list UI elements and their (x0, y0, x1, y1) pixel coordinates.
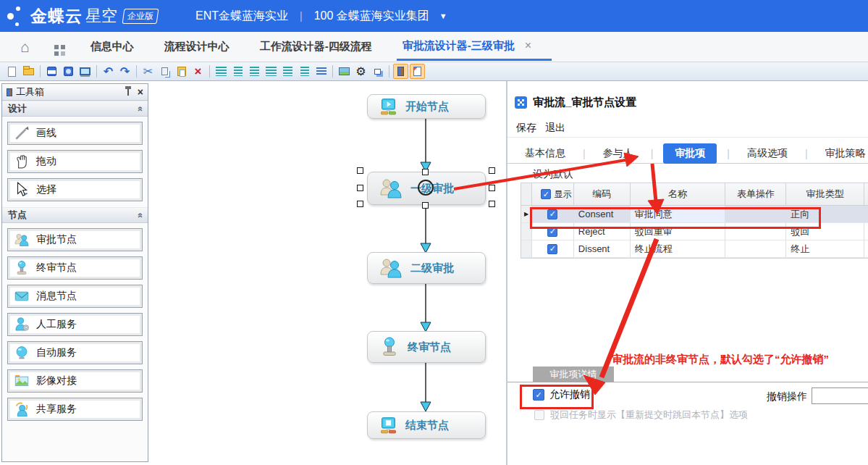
undo-icon[interactable]: ↶ (101, 64, 116, 79)
code-cell[interactable]: Dissent (574, 240, 631, 258)
row-selector-cell[interactable] (521, 223, 532, 240)
table-row-reject[interactable]: Reject 驳回重审 驳回 (521, 223, 868, 240)
tab-basic-info[interactable]: 基本信息 (518, 144, 573, 163)
code-cell[interactable]: Consent (574, 206, 631, 223)
name-cell[interactable]: 审批同意 (631, 206, 726, 223)
toolbox-item-shared-service[interactable]: 共享服务 (7, 398, 143, 421)
cut-icon[interactable]: ✂ (140, 64, 156, 79)
show-checkbox[interactable] (547, 244, 557, 254)
row-selector-cell[interactable] (521, 240, 532, 258)
form-operation-cell[interactable] (725, 206, 786, 223)
nav-tab-approval-flow-designer[interactable]: 审批流设计器-三级审批 × (403, 39, 532, 54)
node-connection-ring[interactable] (418, 180, 434, 196)
flow-node-end[interactable]: 结束节点 (367, 411, 486, 439)
exit-button[interactable]: 退出 (545, 122, 565, 135)
flow-canvas[interactable]: 开始节点 一级审批 二级审批 终审节点 结束节点 (148, 81, 507, 465)
selection-handle[interactable] (357, 201, 363, 207)
extra-cell[interactable] (864, 240, 868, 258)
open-folder-icon[interactable] (21, 64, 36, 79)
revoke-operation-input[interactable] (812, 388, 868, 404)
header-name[interactable]: 名称 (631, 183, 726, 206)
exit-designer-icon[interactable] (393, 64, 408, 79)
flow-node-final-approval[interactable]: 终审节点 (367, 331, 486, 363)
toolbox-item-manual-service[interactable]: 人工服务 (7, 313, 143, 336)
nav-tab-message-center[interactable]: 信息中心 (90, 40, 134, 54)
show-checkbox[interactable] (547, 227, 557, 237)
name-cell[interactable]: 终止流程 (631, 240, 726, 258)
select-all-checkbox[interactable] (541, 189, 551, 199)
image-icon[interactable] (337, 64, 352, 79)
align-right-icon[interactable] (230, 64, 245, 79)
selection-handle[interactable] (357, 185, 363, 191)
selection-handle[interactable] (422, 202, 429, 209)
delete-icon[interactable]: × (190, 64, 206, 79)
toolbox-item-final-approval-node[interactable]: 终审节点 (7, 256, 143, 280)
toolbox-item-auto-service[interactable]: 自动服务 (7, 341, 143, 364)
allow-revoke-checkbox[interactable] (533, 389, 544, 401)
approval-type-cell[interactable]: 正向 (786, 206, 864, 223)
flow-node-level2-approval[interactable]: 二级审批 (367, 252, 486, 284)
tab-advanced-options[interactable]: 高级选项 (740, 144, 795, 163)
close-tab-icon[interactable]: × (525, 39, 531, 51)
list-view-icon[interactable] (313, 64, 329, 79)
form-operation-cell[interactable] (725, 223, 786, 240)
cascade-windows-icon[interactable] (370, 64, 385, 79)
header-code[interactable]: 编码 (574, 183, 631, 206)
paste-icon[interactable] (174, 64, 189, 79)
selection-handle[interactable] (489, 185, 495, 191)
distribute-middle-icon[interactable] (297, 64, 312, 79)
toolbox-item-draw-line[interactable]: 画线 (7, 122, 143, 145)
toolbox-item-approval-node[interactable]: 审批节点 (7, 228, 143, 251)
tab-approval-items[interactable]: 审批项 (663, 143, 717, 164)
selection-handle[interactable] (357, 167, 363, 174)
align-center-icon[interactable] (247, 64, 262, 79)
table-row-consent[interactable]: Consent 审批同意 正向 是 (521, 206, 868, 223)
toolbox-item-image-integration[interactable]: 影像对接 (7, 369, 143, 393)
notes-icon[interactable] (410, 64, 425, 79)
distribute-bottom-icon[interactable] (280, 64, 295, 79)
code-cell[interactable]: Reject (574, 223, 631, 240)
table-row-dissent[interactable]: Dissent 终止流程 终止 (521, 240, 868, 258)
selection-handle[interactable] (489, 167, 495, 174)
collapse-chevron-icon[interactable]: » (134, 106, 145, 111)
name-cell[interactable]: 驳回重审 (631, 223, 726, 240)
app-grid-icon[interactable] (54, 45, 59, 49)
flow-node-start[interactable]: 开始节点 (367, 94, 486, 119)
selection-handle[interactable] (422, 169, 429, 175)
approval-type-cell[interactable]: 终止 (786, 240, 864, 258)
toolbox-item-message-node[interactable]: 消息节点 (7, 285, 143, 308)
align-left-icon[interactable] (214, 64, 229, 79)
reject-jump-checkbox[interactable] (534, 410, 544, 420)
toolbox-item-drag[interactable]: 拖动 (7, 150, 143, 173)
tab-approval-strategy[interactable]: 审批策略 (818, 144, 868, 163)
form-operation-cell[interactable] (725, 240, 786, 258)
org-dropdown-caret-icon[interactable]: ▼ (439, 12, 447, 20)
preview-icon[interactable] (77, 64, 93, 79)
toolbox-section-design[interactable]: 设计 » (2, 101, 148, 117)
settings-gear-icon[interactable]: ⚙ (353, 64, 368, 79)
header-form-operation[interactable]: 表单操作 (725, 183, 786, 206)
nav-tab-workflow-designer[interactable]: 工作流设计器-四级流程 (260, 40, 372, 54)
distribute-top-icon[interactable] (264, 64, 279, 79)
save-button[interactable]: 保存 (516, 122, 536, 135)
organization-selector[interactable]: 100 金蝶蓝海实业集团 (314, 9, 429, 24)
header-extra[interactable]: 是 (864, 183, 868, 206)
nav-tab-process-design-center[interactable]: 流程设计中心 (164, 40, 229, 54)
tab-approval-item-detail[interactable]: 审批项详情 (533, 366, 614, 382)
set-default-link[interactable]: 设为默认 (533, 168, 573, 181)
copy-icon[interactable] (157, 64, 172, 79)
collapse-chevron-icon[interactable]: » (134, 212, 145, 217)
redo-icon[interactable]: ↷ (117, 64, 132, 79)
home-icon[interactable]: ⌂ (20, 38, 30, 56)
allow-revoke-option[interactable]: 允许撤销 (533, 388, 590, 401)
header-approval-type[interactable]: 审批类型 (786, 183, 864, 206)
approval-type-cell[interactable]: 驳回 (786, 223, 864, 240)
tab-participants[interactable]: 参与人 (596, 144, 641, 163)
toolbox-section-nodes[interactable]: 节点 » (2, 207, 148, 223)
new-file-icon[interactable] (4, 64, 20, 79)
pin-icon[interactable] (127, 89, 129, 96)
extra-cell[interactable]: 是 (864, 206, 868, 223)
extra-cell[interactable] (864, 223, 868, 240)
show-checkbox[interactable] (547, 209, 557, 219)
toolbox-close-icon[interactable]: × (138, 86, 143, 98)
